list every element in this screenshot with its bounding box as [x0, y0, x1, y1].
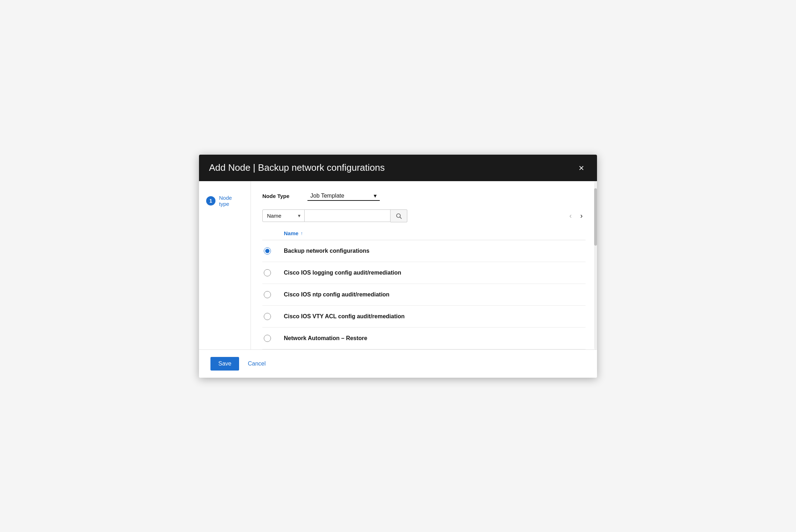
search-row: Name Description ▼ ‹ ›: [262, 209, 586, 222]
sidebar-item-node-type[interactable]: 1 Node type: [199, 191, 251, 211]
row-radio-4[interactable]: [264, 335, 271, 342]
radio-cell: [262, 269, 284, 276]
row-name: Network Automation – Restore: [284, 335, 586, 342]
next-page-button[interactable]: ›: [577, 210, 586, 221]
radio-cell: [262, 291, 284, 298]
scrollbar-thumb[interactable]: [594, 188, 597, 246]
table-header: Name ↑: [262, 228, 586, 240]
search-button[interactable]: [390, 209, 407, 222]
row-radio-3[interactable]: [264, 313, 271, 320]
name-column-label: Name: [284, 230, 298, 236]
table-row: Cisco IOS logging config audit/remediati…: [262, 262, 586, 284]
modal-header: Add Node | Backup network configurations…: [199, 155, 597, 181]
cancel-button[interactable]: Cancel: [245, 357, 268, 371]
modal-footer: Save Cancel: [199, 349, 597, 378]
modal-title: Add Node | Backup network configurations: [209, 162, 385, 173]
table-row: Backup network configurations: [262, 240, 586, 262]
scrollbar-track: [594, 181, 597, 349]
save-button[interactable]: Save: [210, 357, 239, 371]
row-name: Backup network configurations: [284, 248, 586, 254]
main-content-wrapper: Node Type Job Template Approval Workflow…: [251, 181, 597, 349]
node-type-select-wrapper: Job Template Approval Workflow Job Templ…: [307, 191, 380, 201]
search-icon: [395, 213, 402, 219]
modal-close-button[interactable]: ×: [576, 162, 587, 174]
node-type-row: Node Type Job Template Approval Workflow…: [262, 191, 586, 201]
table-row: Network Automation – Restore: [262, 328, 586, 349]
pagination-nav: ‹ ›: [567, 210, 586, 221]
radio-cell: [262, 335, 284, 342]
svg-line-1: [400, 217, 401, 218]
row-name: Cisco IOS logging config audit/remediati…: [284, 270, 586, 276]
sort-ascending-icon: ↑: [301, 231, 303, 236]
search-filter-select[interactable]: Name Description: [263, 210, 304, 222]
radio-cell: [262, 313, 284, 320]
name-sort-header[interactable]: Name ↑: [284, 230, 586, 236]
main-content: Node Type Job Template Approval Workflow…: [251, 181, 597, 349]
step-number: 1: [206, 196, 215, 205]
row-radio-0[interactable]: [264, 247, 271, 255]
table-header-name-col: Name ↑: [284, 230, 586, 236]
add-node-modal: Add Node | Backup network configurations…: [199, 155, 597, 378]
node-type-label: Node Type: [262, 193, 302, 199]
search-filter-wrapper: Name Description ▼: [262, 209, 305, 222]
prev-page-button[interactable]: ‹: [567, 210, 575, 221]
row-name: Cisco IOS ntp config audit/remediation: [284, 291, 586, 298]
table-row: Cisco IOS ntp config audit/remediation: [262, 284, 586, 306]
row-radio-2[interactable]: [264, 291, 271, 298]
table-row: Cisco IOS VTY ACL config audit/remediati…: [262, 306, 586, 328]
row-radio-1[interactable]: [264, 269, 271, 276]
radio-cell: [262, 247, 284, 255]
node-type-select[interactable]: Job Template Approval Workflow Job Templ…: [307, 191, 380, 201]
sidebar-step-label: Node type: [219, 195, 243, 207]
search-input[interactable]: [305, 209, 390, 222]
modal-body: 1 Node type Node Type Job Template Appro…: [199, 181, 597, 349]
row-name: Cisco IOS VTY ACL config audit/remediati…: [284, 313, 586, 320]
sidebar: 1 Node type: [199, 181, 251, 349]
table-rows-container: Backup network configurationsCisco IOS l…: [262, 240, 586, 349]
